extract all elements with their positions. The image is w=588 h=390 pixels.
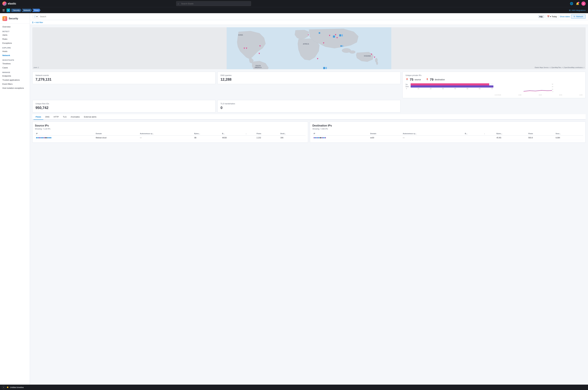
sidebar-item-exceptions[interactable]: Exceptions	[0, 41, 30, 45]
dest-cell-bytes: 45.9G	[495, 136, 527, 140]
map-icon-7	[340, 45, 342, 47]
private-ip-dest: 📍 79 destination	[426, 78, 445, 82]
app-layout: Security Overview Detect Alerts Rules Ex…	[0, 13, 588, 390]
bar-axis: 0 10 20 30 40 50 60 70	[405, 88, 493, 90]
col-bytes-out: B...	[221, 132, 245, 136]
map-pin-12: ▼	[308, 34, 309, 36]
dest-ips-table: IP Domain Autonomous sy... B... ↓ Bytes.…	[313, 132, 583, 140]
tab-external-alerts[interactable]: External alerts	[82, 114, 99, 120]
tables-section: Source IPs Showing: 7,119 IPs IP Domain …	[32, 122, 586, 143]
src-bar-label: Src.	[405, 84, 410, 85]
show-dates-button[interactable]: Show dates	[560, 15, 570, 18]
topbar-logo[interactable]: elastic	[2, 1, 16, 6]
svg-point-3	[349, 50, 355, 53]
tab-flows[interactable]: Flows	[34, 114, 43, 120]
sidebar-item-host-isolation[interactable]: Host isolation exceptions	[0, 86, 30, 90]
private-ips-values: 📍 75 source 📍 79 destination	[405, 78, 583, 82]
bar-chart: Src. Dest. 0	[405, 83, 493, 96]
timeline-add-button[interactable]: +	[2, 386, 5, 389]
src-bar-row: Src.	[405, 83, 493, 85]
kql-button[interactable]: KQL	[538, 15, 544, 18]
add-filter-button[interactable]: ℹ + Add filter	[32, 21, 43, 24]
breadcrumb-flows[interactable]: Flows	[32, 9, 40, 12]
sidebar-logo: Security	[0, 15, 30, 24]
tls-card: TLS handshakes 0	[217, 100, 401, 112]
filter-type-button[interactable]: 📄 ▾	[32, 15, 39, 18]
cell-empty	[244, 136, 255, 140]
timeline-name[interactable]: Untitled timeline	[10, 386, 24, 389]
user-avatar[interactable]: n	[581, 1, 586, 6]
private-ips-charts: Src. Dest. 0	[405, 83, 583, 96]
private-ip-source: 📍 75 source	[405, 78, 421, 82]
breadcrumb: Security Network Flows	[11, 9, 41, 12]
info-circle-icon: ℹ	[32, 21, 33, 24]
dest-bar-fill	[411, 85, 493, 88]
unique-flow-label: Unique flow IDs	[36, 102, 212, 105]
breadcrumb-network[interactable]: Network	[22, 9, 32, 12]
breadcrumb-security[interactable]: Security	[11, 9, 21, 12]
search-input[interactable]	[176, 1, 251, 6]
dest-count: 79	[430, 78, 433, 82]
add-integrations-button[interactable]: ⊞ Add integrations	[569, 9, 586, 11]
sidebar-item-timelines[interactable]: Timelines	[0, 62, 30, 66]
tab-anomalies[interactable]: Anomalies	[69, 114, 82, 120]
cell-bytes-out: 46GB	[221, 136, 245, 140]
table-row: filebeat-cloud — 0B 46GB 2,232 306	[35, 136, 306, 140]
dest-cell-empty	[483, 136, 495, 140]
sidebar-item-rules[interactable]: Rules	[0, 37, 30, 41]
source-count: 75	[410, 78, 413, 82]
map-zoom-label: zoom: 1	[34, 67, 39, 68]
cell-ip	[35, 136, 94, 140]
map-icon-6	[319, 32, 320, 34]
refresh-icon: ↻	[574, 15, 575, 18]
cell-dest: 306	[279, 136, 306, 140]
refresh-button[interactable]: ↻ Refresh	[571, 14, 586, 19]
tab-tls[interactable]: TLS	[61, 114, 69, 120]
map-attribution: Elastic Maps Service ↗ | OpenMapTiles ↗ …	[535, 67, 585, 68]
dest-col-sort[interactable]: ↓	[483, 132, 495, 136]
stats-section: Network events 7,279,131 DNS queries 12,…	[32, 72, 586, 98]
tab-http[interactable]: HTTP	[51, 114, 61, 120]
private-ips-label: Unique private IPs	[405, 74, 583, 76]
col-domain: Domain	[94, 132, 139, 136]
tab-dns[interactable]: DNS	[43, 114, 51, 120]
sidebar-item-network[interactable]: Network	[0, 53, 30, 57]
date-picker-button[interactable]: 📅 ▾ Today	[546, 15, 559, 18]
dest-col-b: B...	[464, 132, 483, 136]
map-icon-4	[339, 34, 341, 36]
dest-sort-icon[interactable]: ↓	[484, 133, 485, 135]
sidebar-item-cases[interactable]: Cases	[0, 66, 30, 70]
dest-cell-b	[464, 136, 483, 140]
svg-point-5	[376, 62, 378, 65]
sidebar-item-endpoints[interactable]: Endpoints	[0, 74, 30, 78]
sidebar-item-trusted-apps[interactable]: Trusted applications	[0, 78, 30, 82]
sidebar-item-event-filters[interactable]: Event filters	[0, 82, 30, 86]
hamburger-icon[interactable]: ☰	[2, 9, 5, 12]
filter-search-input[interactable]	[40, 15, 537, 18]
private-ips-card: Unique private IPs 📍 75 source 📍 79 dest…	[402, 72, 586, 98]
sidebar-item-overview[interactable]: Overview	[0, 25, 30, 29]
tls-value: 0	[221, 106, 397, 110]
sidebar-item-alerts[interactable]: Alerts	[0, 33, 30, 37]
calendar-icon: 📅	[547, 15, 549, 18]
app-icon: D	[7, 8, 10, 12]
notifications-icon[interactable]: 🔔	[575, 1, 580, 6]
dest-col-ip: IP	[313, 132, 369, 136]
dest-bar-label: Dest.	[405, 86, 410, 87]
dest-col-domain: Domain	[369, 132, 401, 136]
col-sort[interactable]: ↓	[244, 132, 255, 136]
line-chart: 60 40 20 0 11-03 09:00 12:00 15:00 18:00	[495, 83, 583, 96]
map-icon-8	[342, 45, 343, 47]
globe-icon[interactable]: 🌐	[569, 1, 574, 6]
add-filter-row: ℹ + Add filter	[30, 20, 588, 25]
sort-icon[interactable]: ↓	[246, 133, 246, 135]
topbar: elastic ⌕ 🌐 🔔 n	[0, 0, 588, 7]
dest-ips-subtitle: Showing: 7,030 IPs	[313, 128, 583, 130]
stats-placeholder	[402, 100, 586, 112]
map-icon-2	[326, 67, 327, 69]
sidebar-item-hosts[interactable]: Hosts	[0, 49, 30, 53]
cell-autonomous: —	[139, 136, 193, 140]
col-bytes-in: Bytes...	[193, 132, 221, 136]
map-label-africa: AFRICA	[303, 43, 309, 45]
dns-queries-value: 12,288	[221, 77, 397, 82]
